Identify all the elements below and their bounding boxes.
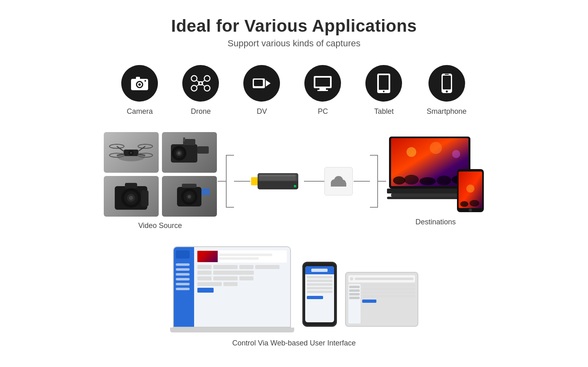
svg-line-36 <box>117 146 124 151</box>
ui-sidebar <box>174 247 194 327</box>
source-video-camera <box>162 132 217 173</box>
capture-device-image <box>251 170 304 193</box>
smartphone-label: Smartphone <box>426 107 466 116</box>
dest-phone-image <box>456 168 485 213</box>
svg-point-3 <box>138 83 141 86</box>
svg-rect-29 <box>445 74 449 75</box>
svg-rect-64 <box>251 177 258 185</box>
icon-item-drone: Drone <box>182 65 219 116</box>
laptop-base <box>170 328 294 332</box>
svg-point-85 <box>452 150 460 158</box>
svg-rect-4 <box>136 77 140 79</box>
source-action-cam <box>162 176 217 217</box>
right-connector <box>354 155 386 208</box>
diagram-row: Video Source <box>0 132 588 230</box>
ui-tablet-sidebar <box>348 284 361 324</box>
svg-point-46 <box>178 152 180 154</box>
tablet-icon <box>376 73 392 94</box>
sidebar-dot-3 <box>176 273 190 276</box>
svg-point-55 <box>129 196 133 200</box>
tablet-row-4 <box>362 295 415 298</box>
line-to-device <box>234 181 250 182</box>
page-title: Ideal for Various Applications <box>171 16 417 36</box>
sidebar-dot-4 <box>176 278 190 280</box>
tablet-row-2 <box>362 288 415 290</box>
tablet-side-1 <box>349 286 360 288</box>
phone-row-5 <box>307 291 332 293</box>
video-source-block: Video Source <box>104 132 217 230</box>
sidebar-dot-6 <box>176 288 190 290</box>
pc-icon-circle <box>304 65 341 102</box>
bracket-left <box>226 155 234 208</box>
ui-laptop-wrapper <box>170 246 294 332</box>
source-drone <box>104 132 159 173</box>
ui-tablet <box>345 272 418 327</box>
svg-point-80 <box>420 177 436 185</box>
svg-point-84 <box>430 142 442 154</box>
field-7 <box>197 276 212 280</box>
pc-label: PC <box>318 107 328 116</box>
svg-point-78 <box>393 176 405 185</box>
ui-row-1 <box>197 265 287 269</box>
header: Ideal for Various Applications Support v… <box>171 16 417 49</box>
ui-row-2 <box>197 271 287 275</box>
field-4 <box>255 265 280 269</box>
pc-icon <box>312 74 333 92</box>
icon-item-smartphone: Smartphone <box>426 65 466 116</box>
drone-icon-circle <box>182 65 219 102</box>
destination-images <box>387 136 485 213</box>
line-right <box>378 181 386 182</box>
ui-phone-content <box>305 274 334 322</box>
svg-rect-17 <box>254 80 263 86</box>
phone-row-4 <box>307 287 332 289</box>
svg-rect-49 <box>183 137 185 141</box>
ui-tablet-body <box>348 284 415 324</box>
capture-device-block <box>251 170 304 193</box>
phone-btn[interactable] <box>307 296 323 299</box>
camera-label: Camera <box>127 107 153 116</box>
svg-rect-68 <box>259 175 296 176</box>
cloud-box <box>324 167 353 195</box>
ui-row-3 <box>197 276 287 280</box>
video-camera-image <box>165 134 214 171</box>
ui-tablet-content <box>362 284 415 324</box>
svg-point-83 <box>407 147 416 157</box>
field-3 <box>239 265 254 269</box>
svg-point-69 <box>294 185 296 187</box>
ui-btn-1[interactable] <box>197 288 214 293</box>
dv-label: DV <box>257 107 267 116</box>
header-text-1 <box>219 254 272 256</box>
svg-marker-18 <box>266 80 271 87</box>
field-9 <box>239 276 254 280</box>
svg-point-28 <box>446 91 448 93</box>
phone-row-2 <box>307 280 332 282</box>
svg-point-81 <box>437 176 451 185</box>
source-dslr <box>104 176 159 217</box>
smartphone-icon <box>441 73 453 94</box>
tablet-url-bar <box>355 278 413 280</box>
svg-rect-27 <box>443 76 451 89</box>
tablet-btn[interactable] <box>362 300 376 303</box>
line-left <box>218 181 226 182</box>
phone-header-bar <box>311 269 328 272</box>
destinations-label: Destinations <box>415 218 456 226</box>
web-ui-label: Control Via Web-based User Interface <box>232 339 356 347</box>
field-2 <box>213 265 238 269</box>
source-images <box>104 132 217 217</box>
svg-rect-48 <box>197 146 209 154</box>
field-10 <box>197 282 222 286</box>
web-ui-section: Control Via Web-based User Interface <box>170 246 418 347</box>
dv-icon-circle <box>243 65 280 102</box>
destinations-block: Destinations <box>387 136 485 226</box>
phone-row-3 <box>307 283 332 286</box>
svg-point-93 <box>460 201 468 207</box>
tablet-side-3 <box>349 293 360 295</box>
field-1 <box>197 265 212 269</box>
icon-item-camera: Camera <box>121 65 158 116</box>
ui-laptop <box>173 246 291 328</box>
dv-icon <box>251 75 272 91</box>
svg-rect-74 <box>331 183 346 184</box>
page-container: Ideal for Various Applications Support v… <box>0 0 588 367</box>
ui-phone <box>302 262 337 327</box>
tablet-label: Tablet <box>374 107 393 116</box>
